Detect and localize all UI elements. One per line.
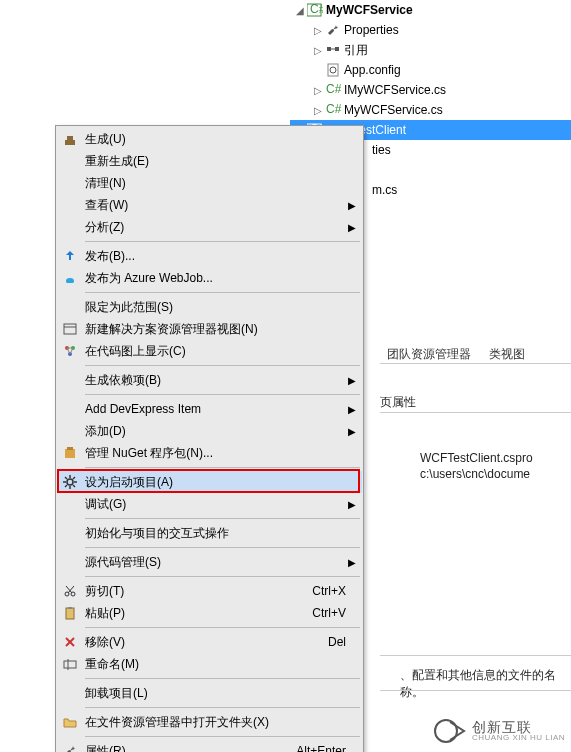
menu-item-label: 管理 NuGet 程序包(N)... xyxy=(83,445,362,462)
menu-separator xyxy=(85,365,360,366)
menu-item[interactable]: Add DevExpress Item▶ xyxy=(57,398,362,420)
tree-item-references[interactable]: ▷ 引用 xyxy=(290,40,571,60)
menu-item[interactable]: 源代码管理(S)▶ xyxy=(57,551,362,573)
panel-divider xyxy=(380,690,571,691)
menu-item[interactable]: 生成(U) xyxy=(57,128,362,150)
new-view-icon xyxy=(57,322,83,336)
menu-item[interactable]: 查看(W)▶ xyxy=(57,194,362,216)
menu-item[interactable]: 调试(G)▶ xyxy=(57,493,362,515)
menu-separator xyxy=(85,736,360,737)
menu-item[interactable]: 生成依赖项(B)▶ xyxy=(57,369,362,391)
tree-item-label: m.cs xyxy=(370,183,397,197)
menu-item[interactable]: 添加(D)▶ xyxy=(57,420,362,442)
expand-icon[interactable]: ▷ xyxy=(312,85,324,96)
svg-rect-40 xyxy=(64,661,76,668)
expand-icon[interactable]: ▷ xyxy=(312,45,324,56)
menu-item-label: 在代码图上显示(C) xyxy=(83,343,362,360)
svg-rect-11 xyxy=(65,140,75,145)
menu-item-label: 生成(U) xyxy=(83,131,362,148)
properties-values: WCFTestClient.cspro c:\users\cnc\docume xyxy=(420,450,533,482)
panel-divider xyxy=(380,655,571,656)
menu-item-shortcut: Alt+Enter xyxy=(296,744,362,752)
expand-icon[interactable]: ◢ xyxy=(294,5,306,16)
menu-item-label: 初始化与项目的交互式操作 xyxy=(83,525,362,542)
menu-item[interactable]: 设为启动项目(A) xyxy=(57,471,362,493)
menu-item[interactable]: 发布为 Azure WebJob... xyxy=(57,267,362,289)
tree-item-label: ties xyxy=(370,143,391,157)
svg-text:C#: C# xyxy=(310,3,323,16)
prop-project-folder: c:\users\cnc\docume xyxy=(420,466,533,482)
expand-icon[interactable]: ▷ xyxy=(312,25,324,36)
menu-item[interactable]: 初始化与项目的交互式操作 xyxy=(57,522,362,544)
menu-item[interactable]: 属性(R)Alt+Enter xyxy=(57,740,362,752)
menu-item[interactable]: 重命名(M) xyxy=(57,653,362,675)
watermark: 创新互联 CHUANG XIN HU LIAN xyxy=(434,716,565,746)
expand-icon[interactable]: ▷ xyxy=(312,105,324,116)
menu-separator xyxy=(85,241,360,242)
menu-item-label: 清理(N) xyxy=(83,175,362,192)
cs-file-icon: C# xyxy=(324,102,342,118)
menu-separator xyxy=(85,627,360,628)
menu-item-label: 剪切(T) xyxy=(83,583,312,600)
submenu-arrow-icon: ▶ xyxy=(348,200,356,211)
prop-project-file: WCFTestClient.cspro xyxy=(420,450,533,466)
menu-item[interactable]: 清理(N) xyxy=(57,172,362,194)
menu-item[interactable]: 移除(V)Del xyxy=(57,631,362,653)
tree-item-mywcfservice[interactable]: ▷ C# MyWCFService.cs xyxy=(290,100,571,120)
submenu-arrow-icon: ▶ xyxy=(348,404,356,415)
menu-item[interactable]: 管理 NuGet 程序包(N)... xyxy=(57,442,362,464)
menu-item[interactable]: 粘贴(P)Ctrl+V xyxy=(57,602,362,624)
menu-item[interactable]: 在代码图上显示(C) xyxy=(57,340,362,362)
tree-item-label: 引用 xyxy=(342,42,368,59)
menu-item[interactable]: 剪切(T)Ctrl+X xyxy=(57,580,362,602)
menu-separator xyxy=(85,292,360,293)
menu-separator xyxy=(85,394,360,395)
watermark-subtext: CHUANG XIN HU LIAN xyxy=(472,733,565,742)
svg-line-29 xyxy=(73,485,75,487)
menu-item-label: 源代码管理(S) xyxy=(83,554,362,571)
menu-item-label: 调试(G) xyxy=(83,496,362,513)
tree-item-properties[interactable]: ▷ Properties xyxy=(290,20,571,40)
menu-item-label: 发布(B)... xyxy=(83,248,362,265)
menu-item[interactable]: 重新生成(E) xyxy=(57,150,362,172)
menu-item[interactable]: 限定为此范围(S) xyxy=(57,296,362,318)
menu-item[interactable]: 在文件资源管理器中打开文件夹(X) xyxy=(57,711,362,733)
svg-rect-21 xyxy=(65,449,75,458)
project-node[interactable]: ◢ C# MyWCFService xyxy=(290,0,571,20)
svg-text:C#: C# xyxy=(326,83,341,96)
project-label: MyWCFService xyxy=(324,3,413,17)
tree-item-imywcfservice[interactable]: ▷ C# IMyWCFService.cs xyxy=(290,80,571,100)
submenu-arrow-icon: ▶ xyxy=(348,375,356,386)
context-menu: 生成(U)重新生成(E)清理(N)查看(W)▶分析(Z)▶发布(B)...发布为… xyxy=(55,125,364,752)
menu-item[interactable]: 分析(Z)▶ xyxy=(57,216,362,238)
submenu-arrow-icon: ▶ xyxy=(348,499,356,510)
watermark-icon xyxy=(434,716,468,746)
nuget-icon xyxy=(57,446,83,460)
references-icon xyxy=(324,42,342,58)
remove-icon xyxy=(57,635,83,649)
azure-icon xyxy=(57,271,83,285)
property-description: 、配置和其他信息的文件的名称。 xyxy=(400,667,571,701)
svg-rect-13 xyxy=(64,324,76,334)
menu-item-label: 在文件资源管理器中打开文件夹(X) xyxy=(83,714,362,731)
svg-text:C#: C# xyxy=(326,103,341,116)
menu-separator xyxy=(85,678,360,679)
menu-item-shortcut: Ctrl+X xyxy=(312,584,362,598)
submenu-arrow-icon: ▶ xyxy=(348,557,356,568)
menu-item-label: 设为启动项目(A) xyxy=(83,474,362,491)
menu-item-shortcut: Ctrl+V xyxy=(312,606,362,620)
svg-rect-12 xyxy=(67,136,73,140)
rename-icon xyxy=(57,657,83,671)
menu-item-label: 卸载项目(L) xyxy=(83,685,362,702)
menu-item[interactable]: 发布(B)... xyxy=(57,245,362,267)
svg-rect-2 xyxy=(327,47,331,51)
properties-header: 页属性 xyxy=(380,394,416,411)
menu-separator xyxy=(85,518,360,519)
svg-rect-37 xyxy=(68,607,72,609)
tree-item-appconfig[interactable]: App.config xyxy=(290,60,571,80)
menu-item-label: Add DevExpress Item xyxy=(83,402,362,416)
menu-item-label: 粘贴(P) xyxy=(83,605,312,622)
menu-item[interactable]: 新建解决方案资源管理器视图(N) xyxy=(57,318,362,340)
menu-item[interactable]: 卸载项目(L) xyxy=(57,682,362,704)
publish-icon xyxy=(57,249,83,263)
